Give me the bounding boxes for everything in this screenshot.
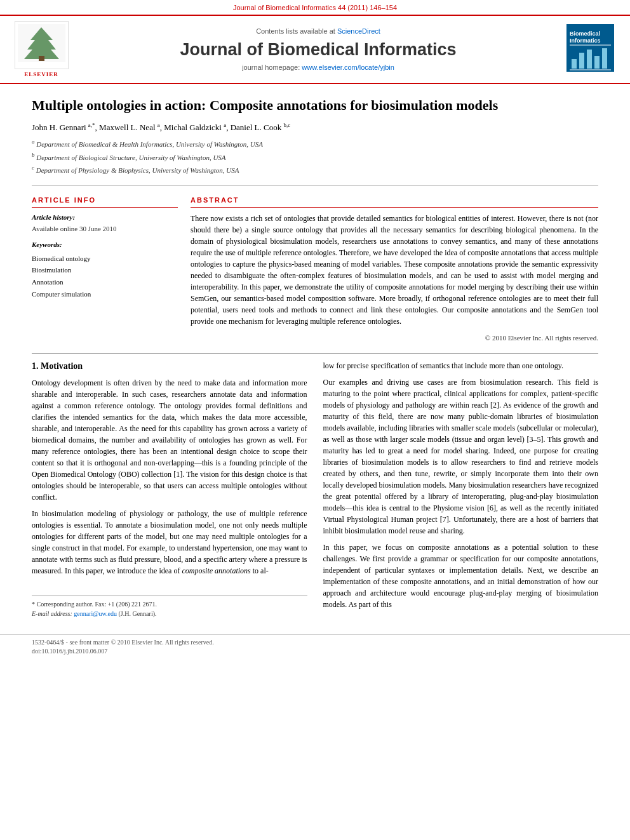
authors-line: John H. Gennari a,*, Maxwell L. Neal a, …	[32, 121, 598, 134]
author-gennari: John H. Gennari	[32, 123, 88, 132]
body-left-col: 1. Motivation Ontology development is of…	[32, 360, 307, 619]
svg-rect-9	[587, 50, 592, 69]
section-divider	[32, 353, 598, 354]
sciencedirect-line: Contents lists available at ScienceDirec…	[79, 27, 557, 36]
header-center: Contents lists available at ScienceDirec…	[79, 27, 557, 73]
affiliation-c: c Department of Physiology & Biophysics,…	[32, 163, 598, 176]
abstract-text: There now exists a rich set of ontologie…	[191, 213, 598, 327]
journal-title: Journal of Biomedical Informatics	[79, 39, 557, 60]
keyword-1: Biomedical ontology	[32, 253, 178, 265]
journal-homepage: journal homepage: www.elsevier.com/locat…	[79, 63, 557, 72]
keyword-3: Annotation	[32, 276, 178, 288]
keyword-2: Biosimulation	[32, 264, 178, 276]
svg-rect-2	[39, 56, 44, 61]
jbi-logo-icon: Biomedical Informatics	[566, 24, 614, 72]
body-columns: 1. Motivation Ontology development is of…	[32, 360, 598, 619]
article-info-col: ARTICLE INFO Article history: Available …	[32, 196, 178, 343]
keywords-section: Keywords: Biomedical ontology Biosimulat…	[32, 240, 178, 300]
sciencedirect-link[interactable]: ScienceDirect	[337, 27, 380, 35]
svg-rect-7	[572, 59, 577, 69]
section1-heading: 1. Motivation	[32, 360, 307, 373]
top-bar: Journal of Biomedical Informatics 44 (20…	[0, 0, 630, 15]
body-right-col: low for precise specification of semanti…	[323, 360, 599, 619]
svg-rect-11	[602, 48, 607, 69]
email-link[interactable]: gennari@uw.edu	[74, 610, 117, 617]
body-para-2: In biosimulation modeling of physiology …	[32, 508, 307, 577]
footnote-email: E-mail address: gennari@uw.edu (J.H. Gen…	[32, 609, 307, 618]
elsevier-logo-container: ELSEVIER	[13, 21, 70, 78]
journal-header: ELSEVIER Contents lists available at Sci…	[0, 15, 630, 84]
footnote-corresponding: * Corresponding author. Fax: +1 (206) 22…	[32, 599, 307, 609]
body-right-para-2: Our examples and driving use cases are f…	[323, 377, 599, 537]
article-history: Article history: Available online 30 Jun…	[32, 213, 178, 234]
author-cook: Daniel L. Cook	[231, 123, 284, 132]
keyword-4: Computer simulation	[32, 288, 178, 300]
journal-citation: Journal of Biomedical Informatics 44 (20…	[233, 4, 397, 11]
svg-text:Biomedical: Biomedical	[570, 30, 600, 37]
body-right-para-1: low for precise specification of semanti…	[323, 360, 599, 371]
doi-line: doi:10.1016/j.jbi.2010.06.007	[32, 647, 598, 656]
paper-title: Multiple ontologies in action: Composite…	[32, 97, 598, 115]
article-info-title: ARTICLE INFO	[32, 196, 178, 208]
article-info-abstract: ARTICLE INFO Article history: Available …	[32, 185, 598, 343]
issn-line: 1532-0464/$ - see front matter © 2010 El…	[32, 638, 598, 647]
bottom-bar: 1532-0464/$ - see front matter © 2010 El…	[0, 634, 630, 659]
body-para-1: Ontology development is often driven by …	[32, 377, 307, 503]
affiliation-b: b Department of Biological Structure, Un…	[32, 150, 598, 163]
author-neal: Maxwell L. Neal	[99, 123, 158, 132]
abstract-col: ABSTRACT There now exists a rich set of …	[191, 196, 598, 343]
copyright-line: © 2010 Elsevier Inc. All rights reserved…	[191, 333, 598, 343]
body-right-para-3: In this paper, we focus on composite ann…	[323, 542, 599, 610]
keywords-label: Keywords:	[32, 240, 178, 250]
history-label: Article history:	[32, 213, 178, 222]
homepage-link[interactable]: www.elsevier.com/locate/yjbin	[302, 63, 394, 71]
affiliation-a: a Department of Biomedical & Health Info…	[32, 137, 598, 150]
elsevier-tree-icon	[18, 24, 65, 62]
author-galdzicki: Michal Galdzicki	[164, 123, 224, 132]
available-online: Available online 30 June 2010	[32, 224, 178, 234]
elsevier-label: ELSEVIER	[13, 70, 70, 79]
affiliations: a Department of Biomedical & Health Info…	[32, 137, 598, 176]
jbi-logo-container: Biomedical Informatics	[566, 24, 617, 75]
footnote-section: * Corresponding author. Fax: +1 (206) 22…	[32, 596, 307, 618]
main-content: Multiple ontologies in action: Composite…	[0, 84, 630, 631]
svg-text:Informatics: Informatics	[570, 37, 601, 44]
svg-rect-10	[594, 56, 600, 69]
svg-rect-8	[579, 53, 584, 69]
abstract-title: ABSTRACT	[191, 196, 598, 208]
